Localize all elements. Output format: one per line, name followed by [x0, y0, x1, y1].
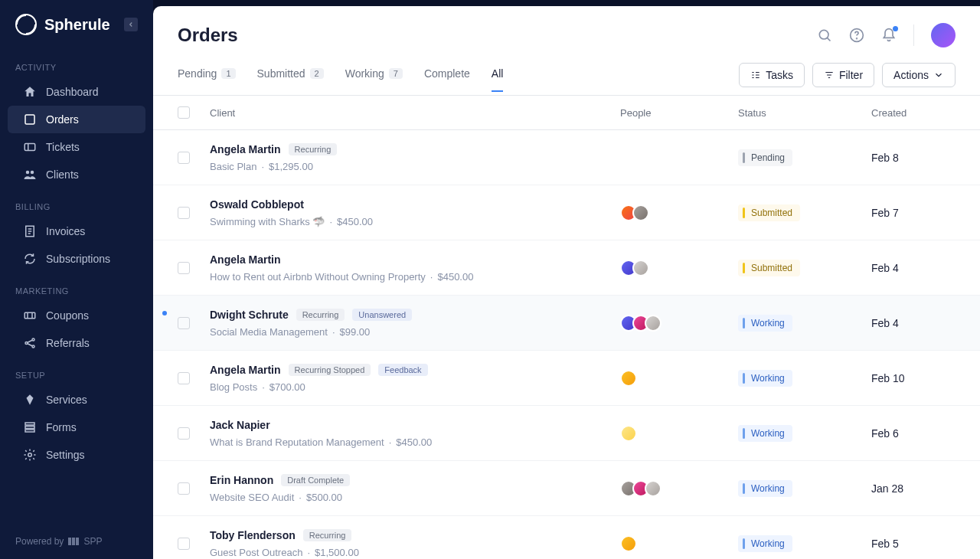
row-checkbox[interactable] [178, 152, 190, 164]
svg-rect-10 [25, 427, 34, 429]
table-row[interactable]: Angela Martin How to Rent out Airbnb Wit… [153, 240, 980, 296]
people-cell [620, 425, 738, 442]
form-icon [23, 420, 37, 434]
share-icon [23, 336, 37, 350]
table-row[interactable]: Angela Martin Recurring Basic Plan·$1,29… [153, 130, 980, 185]
table-row[interactable]: Dwight Schrute Recurring Unanswered Soci… [153, 296, 980, 351]
created-date: Feb 5 [871, 538, 956, 550]
sidebar-item-subscriptions[interactable]: Subscriptions [8, 245, 145, 273]
svg-point-6 [25, 342, 28, 345]
row-checkbox[interactable] [178, 538, 190, 550]
tab-pending[interactable]: Pending1 [178, 67, 236, 91]
brand-name: Spherule [44, 16, 116, 34]
created-date: Feb 6 [871, 427, 956, 440]
sidebar-item-dashboard[interactable]: Dashboard [8, 78, 145, 106]
person-avatar[interactable] [620, 370, 637, 387]
table-row[interactable]: Angela Martin Recurring Stopped Feedback… [153, 351, 980, 406]
tab-all[interactable]: All [492, 67, 504, 92]
help-icon[interactable] [849, 28, 864, 43]
select-all-checkbox[interactable] [178, 106, 190, 119]
row-checkbox[interactable] [178, 262, 190, 274]
filter-button[interactable]: Filter [812, 63, 874, 87]
gear-icon [23, 448, 37, 462]
person-avatar[interactable] [645, 315, 662, 332]
diamond-icon [23, 393, 37, 407]
sidebar: Spherule ACTIVITYDashboardOrdersTicketsC… [0, 0, 153, 559]
tabs: Pending1Submitted2Working7CompleteAll [178, 67, 739, 91]
table-row[interactable]: Jack Napier What is Brand Reputation Man… [153, 406, 980, 461]
person-avatar[interactable] [620, 425, 637, 442]
status-badge: Working [738, 480, 792, 497]
row-checkbox[interactable] [178, 482, 190, 495]
sidebar-item-settings[interactable]: Settings [8, 441, 145, 469]
sidebar-item-forms[interactable]: Forms [8, 414, 145, 441]
notifications-icon[interactable] [881, 28, 897, 43]
footer-provider: SPP [83, 536, 102, 547]
client-name: Erin Hannon Draft Complete [210, 474, 350, 486]
nav-label: Invoices [46, 225, 85, 237]
sidebar-item-referrals[interactable]: Referrals [8, 329, 145, 357]
actions-label: Actions [893, 69, 929, 81]
status-badge: Working [738, 425, 792, 442]
person-avatar[interactable] [645, 480, 662, 497]
footer-label: Powered by [15, 536, 64, 547]
nav-label: Forms [46, 421, 77, 433]
toolbar: Tasks Filter Actions [739, 63, 956, 95]
sidebar-item-coupons[interactable]: Coupons [8, 302, 145, 329]
tab-complete[interactable]: Complete [424, 67, 470, 91]
tab-working[interactable]: Working7 [345, 67, 403, 91]
col-status[interactable]: Status [738, 107, 871, 119]
table-row[interactable]: Oswald Cobblepot Swimming with Sharks 🦈·… [153, 185, 980, 240]
table-header: Client People Status Created [153, 96, 980, 130]
row-checkbox[interactable] [178, 372, 190, 384]
col-client[interactable]: Client [210, 107, 620, 119]
tab-label: Pending [178, 67, 217, 80]
sidebar-item-orders[interactable]: Orders [8, 106, 145, 133]
person-avatar[interactable] [620, 535, 637, 552]
svg-point-7 [32, 338, 34, 341]
status-badge: Working [738, 315, 792, 332]
header-actions [817, 23, 956, 47]
status-badge: Submitted [738, 204, 800, 221]
main: Orders Pending1Submitted2Working7Complet… [153, 6, 980, 559]
actions-button[interactable]: Actions [882, 63, 956, 87]
row-checkbox[interactable] [178, 207, 190, 219]
table-row[interactable]: Erin Hannon Draft Complete Website SEO A… [153, 461, 980, 516]
row-checkbox[interactable] [178, 427, 190, 440]
order-tag: Recurring [296, 309, 345, 321]
nav-label: Settings [46, 449, 85, 461]
divider [913, 25, 914, 46]
tab-submitted[interactable]: Submitted2 [257, 67, 324, 91]
sidebar-item-services[interactable]: Services [8, 386, 145, 414]
collapse-sidebar-button[interactable] [124, 18, 138, 31]
created-date: Feb 10 [871, 372, 956, 384]
brand-row: Spherule [0, 0, 153, 49]
col-people[interactable]: People [620, 107, 738, 119]
table-row[interactable]: Toby Flenderson Recurring Guest Post Out… [153, 516, 980, 559]
order-subtitle: Guest Post Outreach·$1,500.00 [210, 547, 620, 558]
refresh-icon [23, 252, 37, 266]
section-label: MARKETING [0, 273, 153, 302]
svg-rect-13 [68, 538, 71, 545]
created-date: Feb 4 [871, 262, 956, 274]
sidebar-item-clients[interactable]: Clients [8, 161, 145, 188]
person-avatar[interactable] [632, 204, 649, 221]
sidebar-item-invoices[interactable]: Invoices [8, 217, 145, 245]
svg-rect-14 [72, 538, 75, 545]
sidebar-item-tickets[interactable]: Tickets [8, 133, 145, 161]
col-created[interactable]: Created [871, 107, 956, 119]
order-tag: Unanswered [352, 309, 412, 321]
user-avatar[interactable] [931, 23, 956, 47]
row-checkbox[interactable] [178, 317, 190, 329]
search-icon[interactable] [817, 28, 832, 43]
box-icon [23, 113, 37, 126]
client-name: Jack Napier [210, 419, 270, 431]
svg-rect-9 [25, 423, 34, 425]
tasks-button[interactable]: Tasks [739, 63, 805, 87]
svg-point-12 [28, 453, 32, 457]
nav-label: Orders [46, 113, 79, 126]
created-date: Feb 4 [871, 317, 956, 329]
person-avatar[interactable] [632, 260, 649, 276]
status-badge: Working [738, 535, 792, 552]
brand-logo-icon [15, 14, 37, 35]
